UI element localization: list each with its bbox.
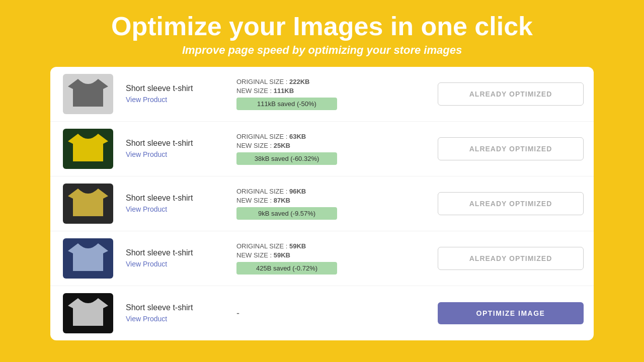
savings-bar: 111kB saved (-50%) [236, 98, 337, 110]
product-row: Short sleeve t-shirtView Product-OPTIMIZ… [50, 286, 594, 340]
already-optimized-button: ALREADY OPTIMIZED [438, 82, 584, 106]
no-size-data: - [236, 308, 423, 319]
product-image [60, 184, 116, 224]
page-header: Optimize your Images in one click Improv… [0, 0, 644, 65]
product-image [60, 293, 116, 333]
original-size-text: ORIGINAL SIZE : 222KB [236, 78, 423, 85]
product-info: Short sleeve t-shirtView Product [126, 139, 226, 159]
savings-bar: 38kB saved (-60.32%) [236, 152, 337, 165]
savings-bar: 9kB saved (-9.57%) [236, 207, 337, 220]
new-size-text: NEW SIZE : 87KB [236, 197, 423, 204]
original-size-text: ORIGINAL SIZE : 63KB [236, 133, 423, 140]
product-name: Short sleeve t-shirt [126, 139, 226, 148]
already-optimized-button: ALREADY OPTIMIZED [438, 137, 584, 160]
new-size-text: NEW SIZE : 111KB [236, 87, 423, 95]
view-product-link[interactable]: View Product [126, 260, 167, 268]
size-info: ORIGINAL SIZE : 96KBNEW SIZE : 87KB9kB s… [236, 188, 423, 220]
product-name: Short sleeve t-shirt [126, 303, 226, 312]
savings-bar-container: 38kB saved (-60.32%) [236, 152, 423, 165]
savings-bar-container: 425B saved (-0.72%) [236, 262, 423, 275]
size-info: ORIGINAL SIZE : 222KBNEW SIZE : 111KB111… [236, 78, 423, 110]
size-info: ORIGINAL SIZE : 59KBNEW SIZE : 59KB425B … [236, 242, 423, 275]
product-image [60, 74, 116, 114]
action-area: ALREADY OPTIMIZED [433, 192, 584, 215]
product-row: Short sleeve t-shirtView ProductORIGINAL… [50, 67, 594, 122]
already-optimized-button: ALREADY OPTIMIZED [438, 247, 584, 270]
product-image [60, 129, 116, 169]
product-info: Short sleeve t-shirtView Product [126, 248, 226, 268]
new-size-text: NEW SIZE : 25KB [236, 142, 423, 149]
product-image [60, 238, 116, 279]
subtitle: Improve page speed by optimizing your st… [10, 44, 634, 57]
savings-bar-container: 111kB saved (-50%) [236, 98, 423, 110]
view-product-link[interactable]: View Product [126, 96, 167, 104]
savings-bar: 425B saved (-0.72%) [236, 262, 337, 275]
product-row: Short sleeve t-shirtView ProductORIGINAL… [50, 176, 594, 231]
product-info: Short sleeve t-shirtView Product [126, 303, 226, 323]
action-area: ALREADY OPTIMIZED [433, 137, 584, 160]
size-info: - [236, 308, 423, 319]
main-title: Optimize your Images in one click [10, 12, 634, 41]
view-product-link[interactable]: View Product [126, 150, 167, 158]
product-row: Short sleeve t-shirtView ProductORIGINAL… [50, 122, 594, 176]
optimize-image-button[interactable]: OPTIMIZE IMAGE [438, 302, 584, 324]
savings-bar-container: 9kB saved (-9.57%) [236, 207, 423, 220]
action-area: ALREADY OPTIMIZED [433, 82, 584, 106]
view-product-link[interactable]: View Product [126, 315, 167, 323]
original-size-text: ORIGINAL SIZE : 59KB [236, 242, 423, 250]
product-name: Short sleeve t-shirt [126, 248, 226, 257]
product-list: Short sleeve t-shirtView ProductORIGINAL… [50, 67, 594, 340]
already-optimized-button: ALREADY OPTIMIZED [438, 192, 584, 215]
product-name: Short sleeve t-shirt [126, 194, 226, 203]
product-info: Short sleeve t-shirtView Product [126, 194, 226, 214]
action-area: OPTIMIZE IMAGE [433, 302, 584, 324]
product-name: Short sleeve t-shirt [126, 84, 226, 93]
action-area: ALREADY OPTIMIZED [433, 247, 584, 270]
size-info: ORIGINAL SIZE : 63KBNEW SIZE : 25KB38kB … [236, 133, 423, 165]
view-product-link[interactable]: View Product [126, 205, 167, 213]
product-row: Short sleeve t-shirtView ProductORIGINAL… [50, 231, 594, 286]
original-size-text: ORIGINAL SIZE : 96KB [236, 188, 423, 195]
product-info: Short sleeve t-shirtView Product [126, 84, 226, 104]
new-size-text: NEW SIZE : 59KB [236, 251, 423, 259]
